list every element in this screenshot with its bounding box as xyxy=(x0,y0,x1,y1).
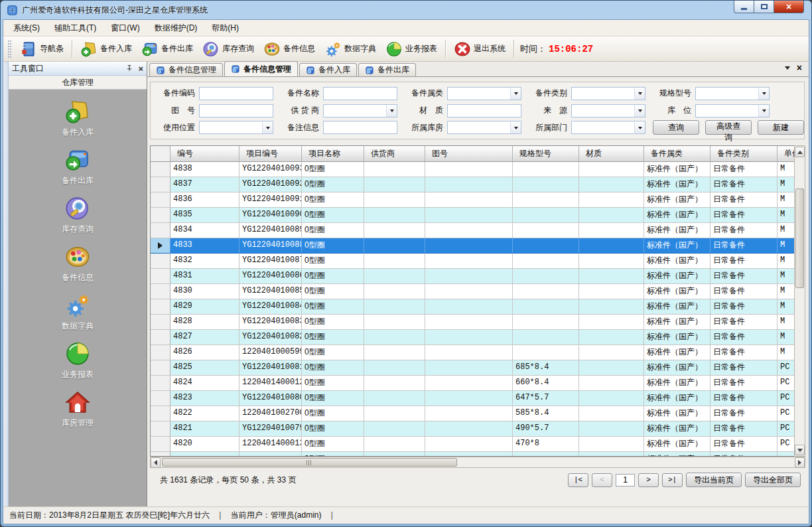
menu-item-data-maintenance[interactable]: 数据维护(D) xyxy=(147,20,205,37)
page-number-input[interactable] xyxy=(616,474,635,487)
field-department[interactable] xyxy=(571,121,645,134)
field-source[interactable] xyxy=(571,104,645,117)
table-row[interactable]: 4825YG122040100810型圈685*8.4标准件（国产）日常备件PC xyxy=(151,360,794,376)
column-header-drawing-no[interactable]: 图号 xyxy=(425,146,513,162)
toolbar-parts-out-button[interactable]: 备件出库 xyxy=(137,38,198,60)
field-supplier[interactable] xyxy=(323,104,397,117)
toolbar-parts-info-button[interactable]: 备件信息 xyxy=(259,38,320,60)
table-row[interactable]: 482412204014000120型圈660*8.4标准件（国产）日常备件PC xyxy=(151,376,794,391)
field-drawing-no[interactable] xyxy=(199,104,273,117)
field-spec-model[interactable] xyxy=(695,87,770,100)
dropdown-arrow-icon[interactable] xyxy=(634,121,645,133)
table-row[interactable]: 4827YG122040100820型圈标准件（国产）日常备件M xyxy=(151,330,794,345)
minimize-button[interactable] xyxy=(734,1,754,13)
table-row[interactable]: 4835YG122040100900型圈标准件（国产）日常备件M xyxy=(151,208,794,223)
table-row[interactable]: 4828YG122040100830型圈标准件（国产）日常备件M xyxy=(151,315,794,330)
dropdown-arrow-icon[interactable] xyxy=(634,88,645,100)
tab-2[interactable]: 备件信息管理 xyxy=(224,61,298,76)
table-row[interactable]: 4833YG122040100880型圈标准件（国产）日常备件M xyxy=(151,238,794,254)
dropdown-arrow-icon[interactable] xyxy=(634,105,645,117)
column-header-supplier[interactable]: 供货商 xyxy=(364,146,425,162)
table-row[interactable]: 4823YG122040100800型圈647*5.7标准件（国产）日常备件PC xyxy=(151,391,794,406)
scroll-down-icon[interactable] xyxy=(795,445,805,455)
dropdown-arrow-icon[interactable] xyxy=(510,88,521,100)
first-page-button[interactable]: |< xyxy=(568,473,588,487)
pin-icon[interactable] xyxy=(125,64,133,72)
field-part-name[interactable] xyxy=(323,87,397,100)
prev-page-button[interactable]: < xyxy=(592,473,612,487)
toolbar-data-dict-button[interactable]: 数据字典 xyxy=(320,38,381,60)
table-row[interactable]: 4821YG122040100790型圈490*5.7标准件（国产）日常备件PC xyxy=(151,421,794,437)
last-page-button[interactable]: >| xyxy=(662,473,683,487)
query-button[interactable]: 查询 xyxy=(653,120,699,135)
toolbar-exit-button[interactable]: 退出系统 xyxy=(449,38,510,60)
column-header-class[interactable]: 备件类别 xyxy=(710,146,778,162)
table-row[interactable]: 4831YG122040100860型圈标准件（国产）日常备件M xyxy=(151,269,794,284)
table-row[interactable]: 482012204014000130型圈470*8标准件（国产）日常备件PC xyxy=(151,437,794,452)
toolbar-grip[interactable] xyxy=(8,40,11,58)
sidebar-item-warehouse-mgmt[interactable]: 库房管理 xyxy=(9,389,147,429)
menu-item-help[interactable]: 帮助(H) xyxy=(204,20,246,37)
tab-4[interactable]: 备件出库 xyxy=(358,63,416,76)
field-part-code[interactable] xyxy=(199,87,273,100)
export-all-pages-button[interactable]: 导出全部页 xyxy=(745,473,801,487)
scroll-up-icon[interactable] xyxy=(795,147,805,157)
column-header-material[interactable]: 材质 xyxy=(579,146,644,162)
column-header-category[interactable]: 备件属类 xyxy=(644,146,710,162)
table-row[interactable]: 4838YG122040100930型圈标准件（国产）日常备件M xyxy=(151,162,794,177)
field-part-category[interactable] xyxy=(447,87,521,100)
maximize-button[interactable] xyxy=(754,1,774,13)
toolbar-report-button[interactable]: 业务报表 xyxy=(381,38,442,60)
tab-1[interactable]: 备件信息管理 xyxy=(149,63,223,76)
sidebar-close-icon[interactable]: × xyxy=(138,64,143,73)
menu-item-window[interactable]: 窗口(W) xyxy=(103,20,147,37)
dropdown-arrow-icon[interactable] xyxy=(510,121,521,133)
close-button[interactable]: × xyxy=(774,1,804,13)
toolbar-inventory-query-button[interactable]: 库存查询 xyxy=(198,38,259,60)
sidebar-item-parts-in[interactable]: 备件入库 xyxy=(9,98,147,138)
dropdown-arrow-icon[interactable] xyxy=(758,105,769,117)
column-header-spec[interactable]: 规格型号 xyxy=(513,146,579,162)
table-row[interactable]: 4837YG122040100920型圈标准件（国产）日常备件M xyxy=(151,177,794,192)
table-row[interactable]: 4830YG122040100850型圈标准件（国产）日常备件M xyxy=(151,284,794,299)
field-remark[interactable] xyxy=(323,121,397,134)
table-row[interactable]: 4836YG122040100910型圈标准件（国产）日常备件M xyxy=(151,192,794,208)
vertical-scrollbar[interactable] xyxy=(794,145,805,457)
sidebar-item-report[interactable]: 业务报表 xyxy=(9,340,147,380)
tab-close-icon[interactable]: × xyxy=(797,63,802,72)
next-page-button[interactable]: > xyxy=(638,473,659,487)
tab-list-dropdown-icon[interactable] xyxy=(785,66,790,72)
new-button[interactable]: 新建 xyxy=(758,120,804,135)
field-location[interactable] xyxy=(695,104,770,117)
table-row[interactable]: 4832YG122040100870型圈标准件（国产）日常备件M xyxy=(151,254,794,269)
dropdown-arrow-icon[interactable] xyxy=(262,121,273,133)
title-bar[interactable]: 广州爱奇迪软件科技有限公司-深田之星仓库管理系统 × xyxy=(3,1,809,19)
sidebar-item-parts-out[interactable]: 备件出库 xyxy=(9,147,147,187)
sidebar-item-inventory-query[interactable]: 库存查询 xyxy=(9,195,147,235)
toolbar-parts-in-button[interactable]: 备件入库 xyxy=(76,38,137,60)
table-row[interactable]: 482212204010027000型圈585*8.4标准件（国产）日常备件PC xyxy=(151,406,794,421)
field-material[interactable] xyxy=(447,104,521,117)
scroll-right-icon[interactable] xyxy=(795,457,805,468)
table-row[interactable]: 4829YG122040100840型圈标准件（国产）日常备件M xyxy=(151,299,794,315)
sidebar-item-data-dict[interactable]: 数据字典 xyxy=(9,292,147,332)
advanced-query-button[interactable]: 高级查询 xyxy=(705,120,752,135)
menu-item-tools[interactable]: 辅助工具(T) xyxy=(47,20,103,37)
table-row[interactable]: 482612204010005990型圈标准件（国产）日常备件M xyxy=(151,345,794,360)
export-current-page-button[interactable]: 导出当前页 xyxy=(686,473,742,487)
vertical-scroll-thumb[interactable] xyxy=(795,188,804,288)
sidebar-item-parts-info[interactable]: 备件信息 xyxy=(9,244,147,283)
horizontal-scrollbar[interactable] xyxy=(150,457,805,468)
column-header-project-no[interactable]: 项目编号 xyxy=(239,146,302,162)
column-header-unit[interactable]: 单位 xyxy=(778,146,794,162)
horizontal-scroll-thumb[interactable] xyxy=(162,458,457,467)
menu-item-system[interactable]: 系统(S) xyxy=(6,20,47,37)
field-use-position[interactable] xyxy=(199,121,273,134)
column-header-indicator[interactable] xyxy=(151,146,170,162)
tab-3[interactable]: 备件入库 xyxy=(299,63,357,76)
field-warehouse[interactable] xyxy=(447,121,521,134)
column-header-project-name[interactable]: 项目名称 xyxy=(302,146,364,162)
toolbar-navbar-button[interactable]: 导航条 xyxy=(15,38,68,60)
dropdown-arrow-icon[interactable] xyxy=(758,88,769,100)
dropdown-arrow-icon[interactable] xyxy=(386,105,397,117)
